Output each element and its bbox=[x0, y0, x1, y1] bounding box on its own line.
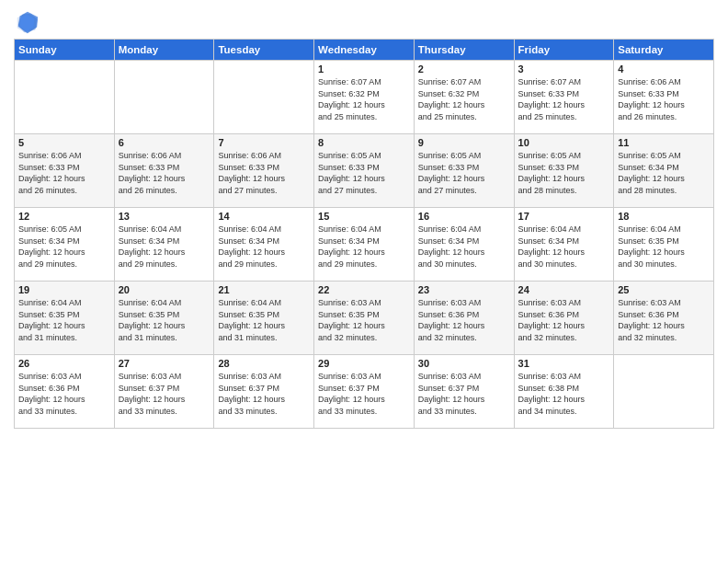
day-info: Sunrise: 6:05 AM Sunset: 6:33 PM Dayligh… bbox=[318, 150, 410, 196]
calendar-cell bbox=[614, 355, 714, 429]
day-info: Sunrise: 6:04 AM Sunset: 6:34 PM Dayligh… bbox=[418, 224, 510, 270]
day-number: 19 bbox=[18, 284, 110, 295]
day-number: 13 bbox=[119, 211, 210, 222]
day-number: 20 bbox=[119, 284, 210, 295]
day-number: 26 bbox=[18, 358, 110, 369]
day-info: Sunrise: 6:07 AM Sunset: 6:33 PM Dayligh… bbox=[518, 76, 610, 122]
day-info: Sunrise: 6:05 AM Sunset: 6:33 PM Dayligh… bbox=[418, 150, 510, 196]
day-info: Sunrise: 6:04 AM Sunset: 6:34 PM Dayligh… bbox=[218, 224, 310, 270]
calendar-cell: 5Sunrise: 6:06 AM Sunset: 6:33 PM Daylig… bbox=[15, 134, 115, 208]
day-info: Sunrise: 6:03 AM Sunset: 6:37 PM Dayligh… bbox=[318, 371, 410, 417]
day-info: Sunrise: 6:05 AM Sunset: 6:33 PM Dayligh… bbox=[518, 150, 610, 196]
day-info: Sunrise: 6:04 AM Sunset: 6:34 PM Dayligh… bbox=[518, 224, 610, 270]
calendar-cell: 1Sunrise: 6:07 AM Sunset: 6:32 PM Daylig… bbox=[314, 61, 415, 134]
calendar-cell: 18Sunrise: 6:04 AM Sunset: 6:35 PM Dayli… bbox=[614, 208, 714, 282]
day-header-sunday: Sunday bbox=[15, 40, 115, 61]
page-container: SundayMondayTuesdayWednesdayThursdayFrid… bbox=[0, 0, 728, 438]
calendar-cell: 27Sunrise: 6:03 AM Sunset: 6:37 PM Dayli… bbox=[114, 355, 214, 429]
day-number: 22 bbox=[318, 284, 410, 295]
day-number: 23 bbox=[418, 284, 510, 295]
calendar-cell: 31Sunrise: 6:03 AM Sunset: 6:38 PM Dayli… bbox=[514, 355, 614, 429]
day-info: Sunrise: 6:04 AM Sunset: 6:34 PM Dayligh… bbox=[119, 224, 210, 270]
day-info: Sunrise: 6:06 AM Sunset: 6:33 PM Dayligh… bbox=[18, 150, 110, 196]
day-number: 14 bbox=[218, 211, 310, 222]
day-info: Sunrise: 6:06 AM Sunset: 6:33 PM Dayligh… bbox=[119, 150, 210, 196]
week-row-2: 5Sunrise: 6:06 AM Sunset: 6:33 PM Daylig… bbox=[15, 134, 714, 208]
week-row-3: 12Sunrise: 6:05 AM Sunset: 6:34 PM Dayli… bbox=[15, 208, 714, 282]
day-info: Sunrise: 6:03 AM Sunset: 6:37 PM Dayligh… bbox=[119, 371, 210, 417]
day-header-friday: Friday bbox=[514, 40, 614, 61]
day-info: Sunrise: 6:07 AM Sunset: 6:32 PM Dayligh… bbox=[418, 76, 510, 122]
calendar-cell: 24Sunrise: 6:03 AM Sunset: 6:36 PM Dayli… bbox=[514, 282, 614, 355]
day-number: 30 bbox=[418, 358, 510, 369]
day-header-monday: Monday bbox=[114, 40, 214, 61]
day-number: 31 bbox=[518, 358, 610, 369]
calendar-cell: 17Sunrise: 6:04 AM Sunset: 6:34 PM Dayli… bbox=[514, 208, 614, 282]
day-info: Sunrise: 6:03 AM Sunset: 6:37 PM Dayligh… bbox=[418, 371, 510, 417]
day-number: 27 bbox=[119, 358, 210, 369]
day-header-tuesday: Tuesday bbox=[214, 40, 314, 61]
day-number: 2 bbox=[418, 63, 510, 75]
day-number: 21 bbox=[218, 284, 310, 295]
day-info: Sunrise: 6:05 AM Sunset: 6:34 PM Dayligh… bbox=[618, 150, 710, 196]
calendar-cell: 12Sunrise: 6:05 AM Sunset: 6:34 PM Dayli… bbox=[15, 208, 115, 282]
calendar-table: SundayMondayTuesdayWednesdayThursdayFrid… bbox=[14, 39, 714, 429]
day-number: 16 bbox=[418, 211, 510, 222]
calendar-cell: 11Sunrise: 6:05 AM Sunset: 6:34 PM Dayli… bbox=[614, 134, 714, 208]
day-number: 1 bbox=[318, 63, 410, 75]
day-info: Sunrise: 6:04 AM Sunset: 6:34 PM Dayligh… bbox=[318, 224, 410, 270]
day-info: Sunrise: 6:05 AM Sunset: 6:34 PM Dayligh… bbox=[18, 224, 110, 270]
day-number: 15 bbox=[318, 211, 410, 222]
logo bbox=[14, 9, 41, 35]
header bbox=[14, 9, 714, 35]
day-info: Sunrise: 6:06 AM Sunset: 6:33 PM Dayligh… bbox=[218, 150, 310, 196]
calendar-cell: 10Sunrise: 6:05 AM Sunset: 6:33 PM Dayli… bbox=[514, 134, 614, 208]
calendar-cell: 20Sunrise: 6:04 AM Sunset: 6:35 PM Dayli… bbox=[114, 282, 214, 355]
day-number: 5 bbox=[18, 137, 110, 148]
day-header-thursday: Thursday bbox=[414, 40, 514, 61]
day-number: 28 bbox=[218, 358, 310, 369]
day-info: Sunrise: 6:03 AM Sunset: 6:36 PM Dayligh… bbox=[418, 297, 510, 343]
day-number: 10 bbox=[518, 137, 610, 148]
day-info: Sunrise: 6:06 AM Sunset: 6:33 PM Dayligh… bbox=[618, 76, 710, 122]
calendar-cell: 22Sunrise: 6:03 AM Sunset: 6:35 PM Dayli… bbox=[314, 282, 415, 355]
logo-icon bbox=[14, 9, 40, 35]
day-info: Sunrise: 6:03 AM Sunset: 6:38 PM Dayligh… bbox=[518, 371, 610, 417]
week-row-4: 19Sunrise: 6:04 AM Sunset: 6:35 PM Dayli… bbox=[15, 282, 714, 355]
calendar-cell bbox=[214, 61, 314, 134]
day-number: 3 bbox=[518, 63, 610, 75]
day-info: Sunrise: 6:03 AM Sunset: 6:36 PM Dayligh… bbox=[518, 297, 610, 343]
day-number: 6 bbox=[119, 137, 210, 148]
calendar-cell: 13Sunrise: 6:04 AM Sunset: 6:34 PM Dayli… bbox=[114, 208, 214, 282]
day-number: 8 bbox=[318, 137, 410, 148]
day-info: Sunrise: 6:04 AM Sunset: 6:35 PM Dayligh… bbox=[618, 224, 710, 270]
calendar-cell: 29Sunrise: 6:03 AM Sunset: 6:37 PM Dayli… bbox=[314, 355, 415, 429]
header-row: SundayMondayTuesdayWednesdayThursdayFrid… bbox=[15, 40, 714, 61]
day-header-wednesday: Wednesday bbox=[314, 40, 415, 61]
day-number: 4 bbox=[618, 63, 710, 75]
calendar-cell: 4Sunrise: 6:06 AM Sunset: 6:33 PM Daylig… bbox=[614, 61, 714, 134]
week-row-5: 26Sunrise: 6:03 AM Sunset: 6:36 PM Dayli… bbox=[15, 355, 714, 429]
calendar-cell bbox=[15, 61, 115, 134]
calendar-cell: 7Sunrise: 6:06 AM Sunset: 6:33 PM Daylig… bbox=[214, 134, 314, 208]
day-info: Sunrise: 6:04 AM Sunset: 6:35 PM Dayligh… bbox=[18, 297, 110, 343]
calendar-cell: 28Sunrise: 6:03 AM Sunset: 6:37 PM Dayli… bbox=[214, 355, 314, 429]
calendar-cell: 25Sunrise: 6:03 AM Sunset: 6:36 PM Dayli… bbox=[614, 282, 714, 355]
calendar-cell: 9Sunrise: 6:05 AM Sunset: 6:33 PM Daylig… bbox=[414, 134, 514, 208]
week-row-1: 1Sunrise: 6:07 AM Sunset: 6:32 PM Daylig… bbox=[15, 61, 714, 134]
calendar-cell: 15Sunrise: 6:04 AM Sunset: 6:34 PM Dayli… bbox=[314, 208, 415, 282]
day-number: 29 bbox=[318, 358, 410, 369]
calendar-cell: 30Sunrise: 6:03 AM Sunset: 6:37 PM Dayli… bbox=[414, 355, 514, 429]
day-info: Sunrise: 6:07 AM Sunset: 6:32 PM Dayligh… bbox=[318, 76, 410, 122]
day-number: 7 bbox=[218, 137, 310, 148]
calendar-cell bbox=[114, 61, 214, 134]
calendar-cell: 21Sunrise: 6:04 AM Sunset: 6:35 PM Dayli… bbox=[214, 282, 314, 355]
calendar-cell: 14Sunrise: 6:04 AM Sunset: 6:34 PM Dayli… bbox=[214, 208, 314, 282]
day-number: 25 bbox=[618, 284, 710, 295]
calendar-cell: 23Sunrise: 6:03 AM Sunset: 6:36 PM Dayli… bbox=[414, 282, 514, 355]
day-number: 17 bbox=[518, 211, 610, 222]
calendar-cell: 6Sunrise: 6:06 AM Sunset: 6:33 PM Daylig… bbox=[114, 134, 214, 208]
calendar-cell: 19Sunrise: 6:04 AM Sunset: 6:35 PM Dayli… bbox=[15, 282, 115, 355]
calendar-cell: 26Sunrise: 6:03 AM Sunset: 6:36 PM Dayli… bbox=[15, 355, 115, 429]
day-number: 12 bbox=[18, 211, 110, 222]
